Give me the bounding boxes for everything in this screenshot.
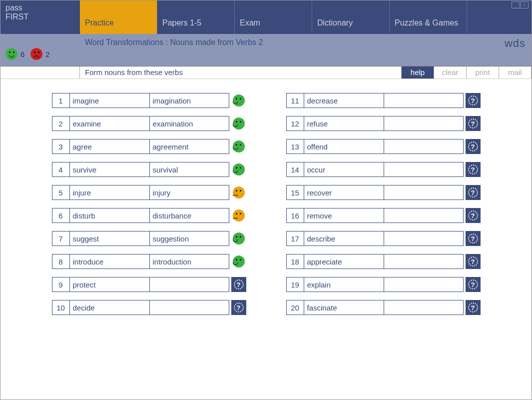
verb-cell: recover bbox=[304, 185, 384, 200]
hint-button[interactable]: ? bbox=[466, 139, 481, 154]
exercise-row: 20fascinate? bbox=[286, 300, 481, 315]
row-number: 20 bbox=[286, 300, 304, 315]
verb-cell: fascinate bbox=[304, 300, 384, 315]
row-number: 8 bbox=[52, 254, 69, 269]
logo-line2: FIRST bbox=[5, 12, 75, 22]
question-mark-icon: ? bbox=[468, 118, 478, 128]
instr-spacer bbox=[0, 66, 80, 78]
answer-input[interactable] bbox=[149, 277, 229, 292]
action-buttons: help clear print mail bbox=[402, 66, 532, 78]
hint-button[interactable]: ? bbox=[466, 254, 481, 269]
verb-cell: describe bbox=[304, 231, 384, 246]
hint-button[interactable]: ? bbox=[231, 277, 246, 292]
verb-cell: offend bbox=[304, 139, 384, 154]
exercise-row: 2examineexamination bbox=[52, 116, 246, 131]
answer-input[interactable] bbox=[384, 116, 464, 131]
tab-exam[interactable]: Exam bbox=[235, 0, 312, 34]
exercise-row: 13offend? bbox=[286, 139, 481, 154]
tab-papers-1-5[interactable]: Papers 1-5 bbox=[157, 0, 235, 34]
wrong-count: 2 bbox=[45, 50, 49, 58]
verb-cell: remove bbox=[304, 208, 384, 223]
happy-face-icon bbox=[233, 164, 245, 176]
exercise-row: 1imagineimagination bbox=[52, 93, 246, 108]
answer-input[interactable]: agreement bbox=[149, 139, 229, 154]
answer-input[interactable] bbox=[384, 231, 464, 246]
answer-input[interactable]: disturbance bbox=[149, 208, 229, 223]
tabs-container: PracticePapers 1-5ExamDictionaryPuzzles … bbox=[80, 0, 532, 34]
tab-puzzles-games[interactable]: Puzzles & Games bbox=[390, 0, 467, 34]
answer-input[interactable] bbox=[384, 93, 464, 108]
row-number: 15 bbox=[286, 185, 304, 200]
verb-cell: introduce bbox=[69, 254, 149, 269]
verb-cell: survive bbox=[69, 162, 149, 177]
answer-input[interactable]: examination bbox=[149, 116, 229, 131]
minimize-button[interactable]: _ bbox=[512, 2, 520, 8]
row-number: 19 bbox=[286, 277, 304, 292]
exercise-row: 11decrease? bbox=[286, 93, 481, 108]
answer-input[interactable]: suggestion bbox=[149, 231, 229, 246]
help-button[interactable]: help bbox=[402, 66, 434, 78]
close-button[interactable]: × bbox=[521, 2, 529, 8]
hint-button[interactable]: ? bbox=[466, 208, 481, 223]
verb-cell: examine bbox=[69, 116, 149, 131]
answer-input[interactable] bbox=[384, 254, 464, 269]
happy-face-icon bbox=[233, 94, 245, 106]
answer-input[interactable] bbox=[384, 139, 464, 154]
answer-input[interactable] bbox=[384, 277, 464, 292]
happy-face-icon bbox=[233, 256, 245, 268]
row-number: 1 bbox=[52, 93, 69, 108]
hint-button[interactable]: ? bbox=[466, 185, 481, 200]
hint-button[interactable]: ? bbox=[466, 231, 481, 246]
answer-input[interactable] bbox=[149, 300, 229, 315]
happy-face-icon bbox=[5, 48, 17, 60]
row-number: 4 bbox=[52, 162, 69, 177]
exercise-row: 18appreciate? bbox=[286, 254, 481, 269]
row-number: 14 bbox=[286, 162, 304, 177]
answer-input[interactable]: imagination bbox=[149, 93, 229, 108]
mail-button[interactable]: mail bbox=[499, 66, 532, 78]
question-mark-icon: ? bbox=[468, 256, 478, 266]
verb-cell: decide bbox=[69, 300, 149, 315]
hint-button[interactable]: ? bbox=[466, 300, 481, 315]
exercise-row: 7suggestsuggestion bbox=[52, 231, 246, 246]
answer-input[interactable] bbox=[384, 185, 464, 200]
hint-button[interactable]: ? bbox=[466, 93, 481, 108]
answer-input[interactable] bbox=[384, 162, 464, 177]
answer-input[interactable] bbox=[384, 300, 464, 315]
tab-practice[interactable]: Practice bbox=[80, 0, 157, 34]
exercise-row: 6disturbdisturbance bbox=[52, 208, 246, 223]
print-button[interactable]: print bbox=[467, 66, 499, 78]
hint-button[interactable]: ? bbox=[466, 162, 481, 177]
row-number: 13 bbox=[286, 139, 304, 154]
answer-input[interactable] bbox=[384, 208, 464, 223]
happy-face-icon bbox=[233, 232, 245, 244]
answer-input[interactable]: injury bbox=[149, 185, 229, 200]
clear-button[interactable]: clear bbox=[434, 66, 467, 78]
sad-face-icon bbox=[30, 48, 42, 60]
exercise-row: 9protect? bbox=[52, 277, 246, 292]
status-indicator bbox=[231, 254, 246, 269]
exercise-row: 14occur? bbox=[286, 162, 481, 177]
question-mark-icon: ? bbox=[468, 188, 478, 198]
hint-button[interactable]: ? bbox=[466, 116, 481, 131]
subtitle-bar: Word Transformations : Nouns made from V… bbox=[80, 34, 532, 66]
answer-input[interactable]: introduction bbox=[149, 254, 229, 269]
exercise-row: 8introduceintroduction bbox=[52, 254, 246, 269]
question-mark-icon: ? bbox=[468, 302, 478, 312]
exercise-row: 16remove? bbox=[286, 208, 481, 223]
tab-dictionary[interactable]: Dictionary bbox=[312, 0, 390, 34]
hint-button[interactable]: ? bbox=[466, 277, 481, 292]
row-number: 5 bbox=[52, 185, 69, 200]
row-number: 12 bbox=[286, 116, 304, 131]
hint-button[interactable]: ? bbox=[231, 300, 246, 315]
instruction-text: Form nouns from these verbs bbox=[80, 66, 402, 78]
wrong-score: 2 bbox=[30, 48, 49, 60]
question-mark-icon: ? bbox=[468, 164, 478, 174]
status-indicator bbox=[231, 162, 246, 177]
brand-label: wds bbox=[505, 37, 526, 50]
verb-cell: disturb bbox=[69, 208, 149, 223]
row-number: 9 bbox=[52, 277, 69, 292]
neutral-face-icon bbox=[233, 186, 245, 198]
row-number: 18 bbox=[286, 254, 304, 269]
answer-input[interactable]: survival bbox=[149, 162, 229, 177]
